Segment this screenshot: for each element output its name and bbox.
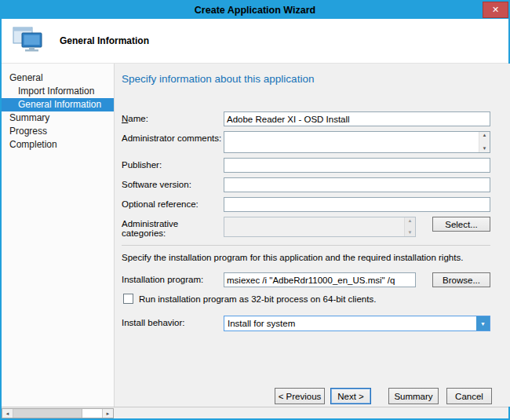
page-title: Specify information about this applicati… (122, 73, 492, 85)
sidebar-item-import-information[interactable]: Import Information (2, 85, 114, 98)
install-behavior-label: Install behavior: (122, 316, 224, 327)
sidebar-item-summary[interactable]: Summary (2, 111, 114, 125)
publisher-input[interactable] (224, 158, 490, 173)
name-label: Name: (122, 111, 224, 123)
scroll-down-icon: ▼ (408, 229, 413, 236)
software-version-label: Software version: (122, 177, 224, 189)
run-32bit-label: Run installation program as 32-bit proce… (139, 294, 376, 304)
scrollbar-thumb[interactable] (13, 409, 82, 418)
wizard-steps-sidebar: General Import Information General Infor… (2, 64, 115, 407)
administrative-categories-input: ▲ ▼ (224, 217, 416, 237)
admin-categories-label: Administrative categories: (122, 217, 224, 238)
scroll-down-icon[interactable]: ▼ (483, 145, 487, 152)
vertical-scrollbar-disabled: ▲ ▼ (404, 217, 415, 236)
section-divider (122, 245, 490, 246)
select-categories-button[interactable]: Select... (432, 217, 490, 232)
wizard-body: General Import Information General Infor… (2, 64, 508, 407)
installation-program-input[interactable] (224, 272, 416, 287)
sidebar-item-general-information[interactable]: General Information (2, 98, 114, 111)
sidebar-item-completion[interactable]: Completion (2, 138, 114, 152)
titlebar[interactable]: Create Application Wizard ✕ (2, 2, 508, 19)
sidebar-item-general[interactable]: General (2, 71, 114, 85)
install-behavior-row: Install behavior: Install for system ▼ (122, 316, 490, 331)
next-button[interactable]: Next > (330, 388, 371, 404)
scroll-up-icon[interactable]: ▲ (483, 132, 487, 139)
run-32bit-checkbox[interactable] (123, 294, 133, 304)
chevron-down-icon: ▼ (476, 316, 490, 331)
installation-program-label: Installation program: (122, 272, 224, 284)
cancel-button[interactable]: Cancel (446, 388, 492, 404)
optional-reference-input[interactable] (224, 197, 490, 212)
wizard-content: Specify information about this applicati… (115, 64, 510, 407)
application-icon (13, 27, 44, 56)
name-input[interactable] (224, 111, 490, 126)
publisher-label: Publisher: (122, 158, 224, 170)
install-behavior-select[interactable]: Install for system ▼ (224, 316, 490, 331)
status-bar: ◄ ► (2, 407, 508, 418)
sidebar-item-progress[interactable]: Progress (2, 125, 114, 138)
software-version-input[interactable] (224, 177, 490, 192)
install-section-description: Specify the installation program for thi… (122, 253, 490, 262)
summary-button[interactable]: Summary (388, 388, 439, 404)
window-title: Create Application Wizard (195, 5, 315, 16)
install-behavior-value: Install for system (224, 319, 476, 328)
header-title: General Information (60, 35, 149, 46)
optional-reference-row: Optional reference: (122, 197, 490, 212)
wizard-header: General Information (2, 19, 508, 64)
vertical-scrollbar[interactable]: ▲ ▼ (479, 132, 490, 152)
scroll-right-icon[interactable]: ► (102, 409, 113, 418)
admin-comments-label: Administrator comments: (122, 131, 224, 143)
publisher-row: Publisher: (122, 158, 490, 173)
close-button[interactable]: ✕ (483, 2, 508, 18)
name-row: Name: (122, 111, 490, 126)
close-icon: ✕ (492, 5, 499, 15)
wizard-buttons: < Previous Next > Summary Cancel (275, 388, 492, 404)
previous-button[interactable]: < Previous (275, 388, 325, 404)
software-version-row: Software version: (122, 177, 490, 192)
scroll-left-icon[interactable]: ◄ (2, 409, 13, 418)
create-application-wizard-window: Create Application Wizard ✕ General Info… (0, 0, 510, 420)
admin-categories-row: Administrative categories: ▲ ▼ Select... (122, 217, 490, 238)
browse-button[interactable]: Browse... (432, 272, 490, 287)
run-32bit-row: Run installation program as 32-bit proce… (123, 294, 492, 304)
horizontal-scrollbar[interactable]: ◄ ► (2, 408, 114, 418)
installation-program-row: Installation program: Browse... (122, 272, 490, 287)
optional-reference-label: Optional reference: (122, 197, 224, 209)
administrator-comments-input[interactable]: ▲ ▼ (224, 131, 490, 153)
scroll-up-icon: ▲ (408, 217, 413, 225)
admin-comments-row: Administrator comments: ▲ ▼ (122, 131, 490, 153)
